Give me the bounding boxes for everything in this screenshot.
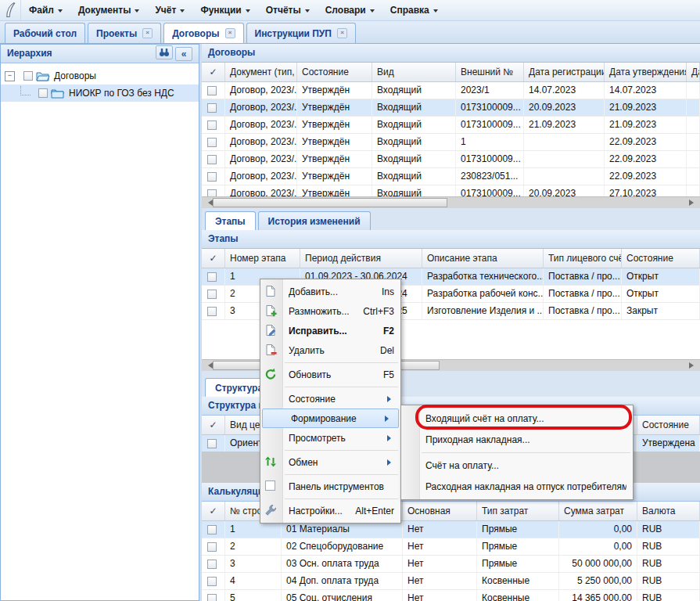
- menu-item[interactable]: Приходная накладная...: [401, 429, 633, 450]
- table-row[interactable]: Договор, 2023/...УтверждёнВходящий2023/1…: [202, 82, 700, 99]
- menubar-item-Документы[interactable]: Документы: [70, 2, 147, 19]
- row-checkbox[interactable]: [207, 594, 217, 601]
- menubar-item-Справка[interactable]: Справка: [382, 2, 446, 19]
- binoculars-icon[interactable]: [156, 45, 173, 59]
- table-row[interactable]: Договор, 2023/...УтверждёнВходящий017310…: [202, 99, 700, 117]
- column-header-Состояние[interactable]: Состояние: [622, 249, 700, 268]
- column-header-Тип лицевого счёт[interactable]: Тип лицевого счёт: [544, 249, 622, 268]
- menu-item[interactable]: Обмен: [260, 452, 400, 472]
- row-checkbox[interactable]: [207, 290, 217, 299]
- menu-item[interactable]: Состояние: [260, 389, 400, 408]
- row-checkbox[interactable]: [207, 272, 217, 282]
- column-header-Вид[interactable]: Вид: [372, 63, 456, 81]
- tab-Рабочий стол[interactable]: Рабочий стол: [5, 23, 85, 43]
- tab-Инструкции ПУП[interactable]: Инструкции ПУП×: [246, 23, 356, 43]
- tree-expander-icon[interactable]: −: [5, 71, 15, 81]
- scroll-left-icon[interactable]: [205, 362, 213, 369]
- row-checkbox[interactable]: [207, 542, 217, 552]
- cell: 5: [225, 590, 282, 601]
- table-row[interactable]: 101 МатериалыНетПрямые0,00RUB: [202, 521, 700, 538]
- no-icon: [264, 431, 277, 444]
- scrollbar-thumb[interactable]: [213, 198, 447, 207]
- node-checkbox[interactable]: [38, 88, 48, 98]
- column-header-Документ (тип, №[interactable]: Документ (тип, №: [225, 63, 297, 81]
- table-row[interactable]: 505 Соц. отчисленияНетКосвенные14 365 00…: [202, 590, 700, 601]
- column-header-Период действия[interactable]: Период действия: [300, 249, 422, 268]
- table-row[interactable]: Договор, 2023/...УтверждёнВходящий122.09…: [202, 134, 700, 151]
- tab-close-icon[interactable]: ×: [142, 28, 153, 38]
- scroll-right-icon[interactable]: [689, 362, 697, 369]
- horizontal-scrollbar[interactable]: [202, 196, 700, 208]
- scroll-right-icon[interactable]: [689, 200, 697, 206]
- menu-item[interactable]: Входящий счёт на оплату...: [401, 408, 633, 429]
- scroll-left-icon[interactable]: [205, 200, 213, 206]
- row-checkbox[interactable]: [207, 560, 217, 569]
- menu-item[interactable]: Счёт на оплату...: [401, 455, 633, 476]
- column-header-Внешний №[interactable]: Внешний №: [456, 63, 524, 81]
- menu-item[interactable]: Исправить...F2: [260, 321, 400, 340]
- menubar-item-Отчёты[interactable]: Отчёты: [258, 2, 318, 19]
- column-header-✓[interactable]: ✓: [202, 63, 225, 81]
- column-header-Дата[interactable]: Дата: [687, 63, 700, 81]
- table-row[interactable]: 303 Осн. оплата трудаНетПрямые50 000 000…: [202, 556, 700, 573]
- table-row[interactable]: Договор, 2023/...УтверждёнВходящий017310…: [202, 151, 700, 168]
- menu-item[interactable]: Размножить...Ctrl+F3: [260, 301, 400, 321]
- column-header-Описание этапа[interactable]: Описание этапа: [422, 249, 544, 268]
- menu-item[interactable]: Настройки...Alt+Enter: [260, 501, 400, 520]
- menu-item[interactable]: Формирование: [262, 408, 399, 428]
- column-header-Состояние[interactable]: Состояние: [637, 416, 700, 434]
- column-header-Состояние[interactable]: Состояние: [297, 63, 372, 81]
- column-header-Дата утверждения[interactable]: Дата утверждения: [605, 63, 687, 81]
- row-checkbox[interactable]: [207, 439, 217, 448]
- menubar-item-Функции[interactable]: Функции: [192, 2, 257, 19]
- row-checkbox[interactable]: [207, 155, 217, 164]
- menu-item[interactable]: ОбновитьF5: [260, 365, 400, 384]
- column-header-Тип затрат[interactable]: Тип затрат: [477, 502, 559, 520]
- menu-bar: ФайлДокументыУчётФункцииОтчётыСловариСпр…: [0, 0, 700, 21]
- cell: Входящий: [372, 134, 456, 150]
- row-checkbox[interactable]: [207, 577, 217, 586]
- column-header-Основная[interactable]: Основная: [403, 502, 477, 520]
- tree-node[interactable]: НИОКР по ГОЗ без НДС: [1, 85, 199, 102]
- row-checkbox[interactable]: [207, 86, 217, 95]
- tab-Договоры[interactable]: Договоры×: [163, 23, 243, 43]
- menubar-item-Файл[interactable]: Файл: [21, 2, 70, 19]
- row-checkbox[interactable]: [207, 172, 217, 182]
- row-checkbox[interactable]: [207, 525, 217, 534]
- row-checkbox[interactable]: [207, 121, 217, 130]
- tab-close-icon[interactable]: ×: [225, 28, 235, 38]
- column-header-Дата регистрации.[interactable]: Дата регистрации.: [524, 63, 605, 81]
- context-menu: Добавить...InsРазмножить...Ctrl+F3Исправ…: [260, 279, 401, 524]
- tree-node[interactable]: −Договоры: [1, 67, 199, 85]
- collapse-left-icon[interactable]: «: [175, 47, 192, 61]
- table-row[interactable]: 202 СпецоборудованиеНетПрямые0,00RUB: [202, 538, 700, 556]
- tab-close-icon[interactable]: ×: [337, 28, 347, 38]
- row-checkbox[interactable]: [207, 138, 217, 147]
- cell: Утверждён: [297, 99, 372, 116]
- tab-История изменений[interactable]: История изменений: [258, 211, 371, 230]
- tab-Проекты[interactable]: Проекты×: [88, 23, 161, 43]
- column-header-Валюта[interactable]: Валюта: [637, 502, 700, 520]
- app-logo-icon[interactable]: [0, 0, 21, 20]
- menu-item[interactable]: Расходная накладная на отпуск потребител…: [401, 476, 633, 497]
- table-row[interactable]: Договор, 2023/...УтверждёнВходящий017310…: [202, 117, 700, 134]
- column-header-Сумма затрат[interactable]: Сумма затрат: [559, 502, 637, 520]
- column-header-✓[interactable]: ✓: [202, 249, 225, 268]
- application-window: ФайлДокументыУчётФункцииОтчётыСловариСпр…: [0, 0, 700, 601]
- menubar-item-Словари[interactable]: Словари: [318, 2, 382, 19]
- menu-item[interactable]: УдалитьDel: [260, 340, 400, 360]
- column-header-✓[interactable]: ✓: [202, 416, 225, 434]
- menu-item[interactable]: Добавить...Ins: [260, 282, 400, 301]
- table-row[interactable]: 404 Доп. оплата трудаНетКосвенные5 250 0…: [202, 573, 700, 590]
- column-header-✓[interactable]: ✓: [202, 502, 225, 520]
- menu-item[interactable]: Просмотреть: [260, 428, 400, 448]
- contracts-panel: Договоры ✓Документ (тип, №СостояниеВидВн…: [202, 44, 700, 208]
- column-header-Номер этапа[interactable]: Номер этапа: [225, 249, 300, 268]
- tab-Этапы[interactable]: Этапы: [205, 211, 256, 230]
- table-row[interactable]: Договор, 2023/...УтверждёнВходящий230823…: [202, 168, 700, 185]
- menu-item[interactable]: Панель инструментов: [260, 477, 400, 496]
- row-checkbox[interactable]: [207, 103, 217, 113]
- node-checkbox[interactable]: [23, 71, 33, 81]
- row-checkbox[interactable]: [207, 307, 217, 316]
- menubar-item-Учёт[interactable]: Учёт: [147, 2, 192, 19]
